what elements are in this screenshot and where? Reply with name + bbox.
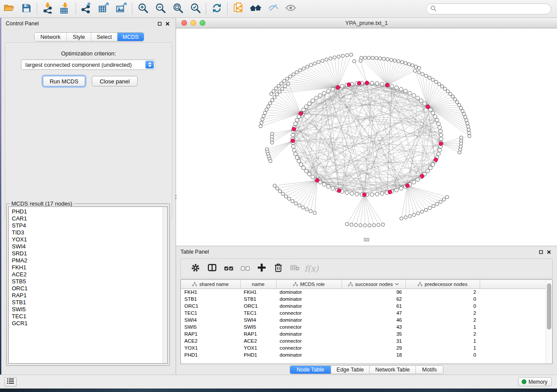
table-cell[interactable]: connector (276, 337, 342, 344)
table-cell[interactable]: 35 (342, 330, 405, 337)
column-header-shared-name[interactable]: shared name (181, 280, 240, 289)
open-session-button[interactable] (0, 1, 17, 16)
function-builder-button[interactable]: f(x) (303, 260, 320, 277)
mcds-result-item[interactable]: SRD1 (12, 250, 167, 257)
network-graph-canvas[interactable] (176, 28, 557, 245)
node-table[interactable]: shared name name MCDS role successor nod… (181, 280, 546, 358)
table-cell[interactable]: 18 (342, 351, 405, 358)
column-header-name[interactable]: name (240, 280, 276, 289)
table-scrollbar[interactable] (546, 280, 552, 364)
mcds-result-item[interactable]: STB1 (12, 299, 167, 306)
table-cell[interactable]: TEC1 (181, 309, 240, 316)
table-cell[interactable]: 29 (342, 344, 405, 351)
table-cell[interactable]: SWI4 (181, 316, 240, 323)
table-options-button[interactable] (187, 260, 204, 277)
table-cell[interactable]: dominator (276, 351, 342, 358)
scrollbar-thumb[interactable] (547, 283, 551, 330)
export-table-button[interactable] (95, 1, 113, 16)
mcds-result-item[interactable]: GCR1 (12, 320, 167, 327)
table-row[interactable]: PHD1PHD1dominator180 (181, 351, 546, 358)
mcds-result-list[interactable]: PHD1CAR1STP4TID3YOX1SWI4SRD1PMA2FKH1ACE2… (8, 206, 168, 364)
column-header-predecessor-nodes[interactable]: predecessor nodes (405, 280, 480, 289)
zoom-fit-button[interactable] (169, 1, 187, 16)
table-row[interactable]: ORC1ORC1dominator610 (181, 303, 546, 309)
table-cell[interactable]: STB1 (181, 296, 240, 303)
deselect-all-button[interactable] (237, 260, 253, 277)
table-cell[interactable]: 2 (405, 309, 480, 316)
delete-table-button[interactable] (287, 260, 303, 277)
table-cell[interactable]: 46 (342, 316, 405, 323)
refresh-button[interactable] (208, 1, 225, 16)
tab-edge-table[interactable]: Edge Table (331, 366, 370, 374)
table-cell[interactable]: SWI4 (240, 316, 276, 323)
table-cell[interactable]: FKH1 (240, 289, 276, 296)
table-cell[interactable]: 31 (342, 337, 405, 344)
tab-style[interactable]: Style (67, 33, 91, 41)
table-cell[interactable]: 96 (342, 289, 405, 296)
table-row[interactable]: SWI4SWI4dominator462 (181, 316, 546, 323)
table-cell[interactable]: connector (276, 344, 342, 351)
tab-node-table[interactable]: Node Table (290, 366, 331, 374)
splitter-handle[interactable] (175, 195, 176, 203)
run-mcds-button[interactable]: Run MCDS (43, 76, 85, 86)
import-table-button[interactable] (56, 1, 74, 16)
table-row[interactable]: YOX1YOX1connector291 (181, 344, 546, 351)
mcds-result-item[interactable]: YOX1 (12, 236, 167, 243)
table-row[interactable]: TEC1TEC1connector472 (181, 309, 546, 316)
table-cell[interactable]: dominator (276, 289, 342, 296)
tab-network[interactable]: Network (35, 33, 67, 41)
column-header-successor-nodes[interactable]: successor nodes (342, 280, 405, 289)
table-cell[interactable]: PHD1 (240, 351, 276, 358)
tab-mcds[interactable]: MCDS (118, 33, 144, 41)
zoom-selected-button[interactable] (187, 1, 204, 16)
table-cell[interactable]: 1 (405, 344, 480, 351)
table-cell[interactable]: 47 (342, 309, 405, 316)
mcds-result-item[interactable]: ACE2 (12, 271, 167, 278)
table-cell[interactable]: RAP1 (240, 330, 276, 337)
show-column-button[interactable] (204, 260, 220, 277)
table-cell[interactable]: TEC1 (240, 309, 276, 316)
table-cell[interactable]: 2 (405, 316, 480, 323)
network-window-titlebar[interactable]: YPA_prune.txt_1 (176, 18, 557, 28)
network-search-box[interactable] (426, 3, 551, 14)
mcds-result-item[interactable]: ORC1 (12, 285, 167, 292)
table-cell[interactable]: 43 (342, 323, 405, 330)
table-cell[interactable]: 0 (405, 303, 480, 309)
table-cell[interactable]: PHD1 (181, 351, 240, 358)
mcds-result-item[interactable]: FKH1 (12, 264, 167, 271)
table-cell[interactable]: 62 (342, 296, 405, 303)
add-column-button[interactable] (253, 260, 270, 277)
table-row[interactable]: ACE2ACE2connector311 (181, 337, 546, 344)
duplicate-network-button[interactable] (229, 1, 247, 16)
tab-motifs[interactable]: Motifs (416, 366, 443, 374)
float-panel-button[interactable] (537, 248, 545, 256)
table-cell[interactable]: FKH1 (181, 289, 240, 296)
table-row[interactable]: FKH1FKH1dominator962 (181, 289, 546, 296)
mcds-result-item[interactable]: SWI5 (12, 306, 167, 313)
canvas-resize-handle[interactable] (364, 238, 369, 241)
delete-column-button[interactable] (270, 260, 287, 277)
table-row[interactable]: STB1STB1dominator620 (181, 296, 546, 303)
close-panel-button[interactable]: Close panel (92, 76, 138, 86)
zoom-in-button[interactable] (134, 1, 152, 16)
close-panel-button[interactable] (545, 248, 553, 256)
table-cell[interactable]: dominator (276, 296, 342, 303)
tab-network-table[interactable]: Network Table (370, 366, 416, 374)
table-cell[interactable]: 2 (405, 289, 480, 296)
table-row[interactable]: SWI5SWI5connector431 (181, 323, 546, 330)
import-network-button[interactable] (39, 1, 56, 16)
export-image-button[interactable] (113, 1, 130, 16)
hide-selected-button[interactable] (264, 1, 282, 16)
table-cell[interactable]: SWI5 (240, 323, 276, 330)
table-cell[interactable]: ORC1 (181, 303, 240, 309)
table-cell[interactable]: 0 (405, 351, 480, 358)
table-cell[interactable]: YOX1 (181, 344, 240, 351)
mcds-result-item[interactable]: RAP1 (12, 292, 167, 299)
show-all-button[interactable] (282, 1, 299, 16)
table-cell[interactable]: 1 (405, 337, 480, 344)
task-history-button[interactable] (4, 377, 17, 387)
tab-select[interactable]: Select (91, 33, 118, 41)
table-cell[interactable]: 0 (405, 296, 480, 303)
table-row[interactable]: RAP1RAP1dominator352 (181, 330, 546, 337)
mcds-result-item[interactable]: STP4 (12, 222, 167, 229)
